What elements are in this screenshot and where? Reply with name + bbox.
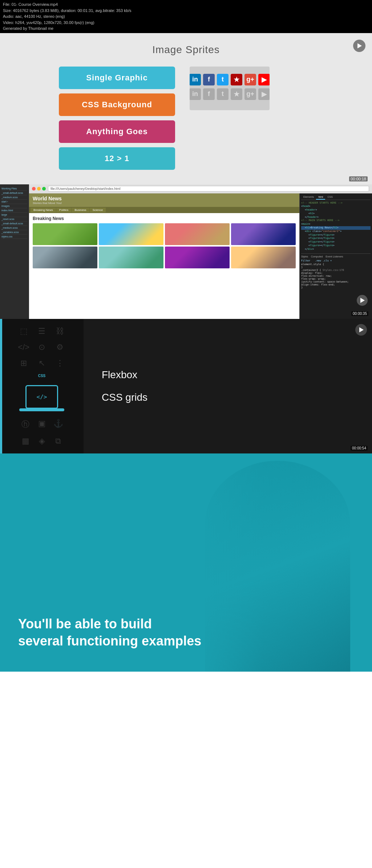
cursor-icon: ↖ bbox=[36, 359, 48, 368]
file-tree-sidebar: Working Files _small-default.scss _mediu… bbox=[0, 184, 29, 319]
sprite-icons-top-row: in f t ★ g+ ▶ bbox=[190, 74, 270, 85]
yelp-icon: ★ bbox=[231, 74, 242, 85]
build-heading: You'll be able to build several function… bbox=[18, 616, 201, 650]
play-button-3[interactable] bbox=[355, 324, 367, 336]
jpg-icon: ☰ bbox=[36, 327, 48, 336]
anything-goes-button[interactable]: Anything Goes bbox=[59, 120, 175, 143]
meta-line3: Audio: aac, 44100 Hz, stereo (eng) bbox=[3, 13, 369, 20]
browser-chrome-bar: file:///Users/paulcheney/Desktop/start/i… bbox=[29, 184, 372, 193]
element-style-code: element.style { } .container2 { Styles.c… bbox=[301, 263, 371, 289]
single-graphic-button[interactable]: Single Graphic bbox=[59, 67, 175, 89]
browser-section: Working Files _small-default.scss _mediu… bbox=[0, 184, 372, 319]
sidebar-item-4: start › bbox=[1, 200, 27, 204]
dt-tab-html[interactable]: html bbox=[316, 195, 325, 200]
sidebar-item-10: _medium.scss bbox=[1, 226, 27, 230]
sidebar-item-6: index.html bbox=[1, 208, 27, 213]
sprite-icons-bottom-row: in f t ★ g+ ▶ bbox=[190, 88, 270, 100]
style-tab-computed[interactable]: Computed bbox=[311, 255, 323, 258]
play-triangle-icon bbox=[357, 43, 362, 48]
gplus-gray-icon: g+ bbox=[244, 88, 256, 100]
facebook-icon: f bbox=[203, 74, 215, 85]
topic-css-grids: CSS grids bbox=[102, 392, 354, 403]
nav-politics[interactable]: Politics bbox=[56, 208, 71, 212]
html-icon: ⓗ bbox=[21, 419, 31, 430]
twelve-greater-one-button[interactable]: 12 > 1 bbox=[59, 147, 175, 170]
element-style-filter: Filter .new .cls + bbox=[301, 259, 371, 262]
nav-science[interactable]: Science bbox=[90, 208, 106, 212]
exe-icon: ▣ bbox=[37, 419, 47, 430]
play-button-2[interactable] bbox=[357, 295, 368, 306]
yelp-gray-icon: ★ bbox=[231, 88, 242, 100]
news-image-paris bbox=[231, 247, 296, 268]
news-subtitle: Stories that Move You! bbox=[33, 201, 296, 205]
news-header: World News Stories that Move You! bbox=[29, 193, 299, 207]
style-line-4: display: flex; bbox=[301, 272, 371, 275]
sprites-buttons: Single Graphic CSS Background Anything G… bbox=[59, 67, 175, 170]
close-button-icon[interactable] bbox=[32, 187, 36, 191]
news-grid-bottom bbox=[33, 247, 296, 268]
dt-line-3: <header> bbox=[301, 208, 371, 212]
style-line-7: justify-content: space-between; bbox=[301, 280, 371, 283]
css-laptop-container: CSS </> bbox=[25, 374, 58, 409]
devtools-code: <!-- HEADER STARTS HERE --> <head> <head… bbox=[301, 201, 371, 251]
twitter-gray-icon: t bbox=[217, 88, 229, 100]
nav-breaking-news[interactable]: Breaking News bbox=[31, 208, 56, 212]
sidebar-item-9: _small-default.scss bbox=[1, 221, 27, 226]
laptop-screen-code: </> bbox=[37, 393, 47, 400]
news-image-bar bbox=[231, 223, 296, 245]
url-bar[interactable]: file:///Users/paulcheney/Desktop/start/i… bbox=[48, 186, 369, 192]
sidebar-item-1: Working Files bbox=[1, 187, 27, 191]
icons-panel: ⬚ ☰ ⛓ </> ⊙ ⚙ ⊞ ↖ ⋮ CSS </> ⓗ ▣ ⚓ ▦ ◈ ⧉ bbox=[0, 319, 84, 453]
browser-inner: World News Stories that Move You! Breaki… bbox=[29, 193, 372, 319]
sidebar-item-5: images bbox=[1, 204, 27, 208]
dt-line-10: <figure></figure> bbox=[301, 233, 371, 237]
play-triangle-icon-3 bbox=[359, 327, 364, 332]
css-background-button[interactable]: CSS Background bbox=[59, 93, 175, 116]
sidebar-item-11: _variables.scss bbox=[1, 230, 27, 235]
facebook-gray-icon: f bbox=[203, 88, 215, 100]
style-line-6: flex-wrap: wrap; bbox=[301, 277, 371, 280]
build-heading-line1: You'll be able to build bbox=[18, 616, 152, 631]
news-nav: Breaking News Politics Business Science bbox=[29, 207, 299, 213]
dt-line-2: <head> bbox=[301, 205, 371, 208]
accent-bar bbox=[0, 319, 2, 453]
sidebar-item-12: styles.css bbox=[1, 235, 27, 239]
linkedin-icon: in bbox=[190, 74, 201, 85]
browser-screenshot: Working Files _small-default.scss _mediu… bbox=[0, 184, 372, 319]
maximize-button-icon[interactable] bbox=[42, 187, 46, 191]
dt-tab-css[interactable]: CSS bbox=[325, 195, 335, 200]
dt-line-11: <figure></figure> bbox=[301, 237, 371, 240]
news-image-basket bbox=[33, 223, 97, 245]
devtools-tabs: Elements html CSS bbox=[301, 195, 371, 200]
gplus-icon: g+ bbox=[244, 74, 256, 85]
topic-flexbox: Flexbox bbox=[102, 369, 354, 381]
dt-tab-elements[interactable]: Elements bbox=[301, 195, 316, 200]
devtools-style-tabs: Styles Computed Event Listeners bbox=[301, 255, 371, 258]
dots-icon: ⋮ bbox=[54, 359, 66, 368]
style-tab-event[interactable]: Event Listeners bbox=[326, 255, 343, 258]
style-line-9: } bbox=[301, 286, 371, 289]
timestamp-2: 00:00:35 bbox=[351, 311, 368, 316]
minimize-button-icon[interactable] bbox=[37, 187, 41, 191]
nav-business[interactable]: Business bbox=[72, 208, 89, 212]
brick-icon: ▦ bbox=[21, 436, 31, 446]
sidebar-item-8: _reset.scss bbox=[1, 217, 27, 221]
play-button-1[interactable] bbox=[353, 40, 365, 52]
code-icon: </> bbox=[18, 343, 29, 352]
style-tab-styles[interactable]: Styles bbox=[301, 255, 308, 258]
twitter-icon: t bbox=[217, 74, 229, 85]
devtools-styles-section: Styles Computed Event Listeners Filter .… bbox=[301, 253, 371, 289]
news-body: Breaking News bbox=[29, 213, 299, 271]
grid-icon: ⊞ bbox=[18, 359, 29, 368]
hd-icon: ⬚ bbox=[18, 327, 29, 336]
style-line-2: } bbox=[301, 266, 371, 269]
sprite-preview: in f t ★ g+ ▶ in f t ★ g+ ▶ bbox=[190, 67, 270, 110]
link-icon: ⛓ bbox=[54, 327, 66, 336]
meta-line1: File: 01- Course Overview.mp4 bbox=[3, 1, 369, 8]
dt-line-6: <!-- MAIN STARTS HERE --> bbox=[301, 219, 371, 223]
camera-icon: ⊙ bbox=[36, 343, 48, 352]
timestamp-1: 00:00:18 bbox=[349, 176, 368, 181]
youtube-gray-icon: ▶ bbox=[258, 88, 270, 100]
style-line-8: align-items: flex-end; bbox=[301, 283, 371, 286]
news-breaking-heading: Breaking News bbox=[33, 216, 296, 221]
